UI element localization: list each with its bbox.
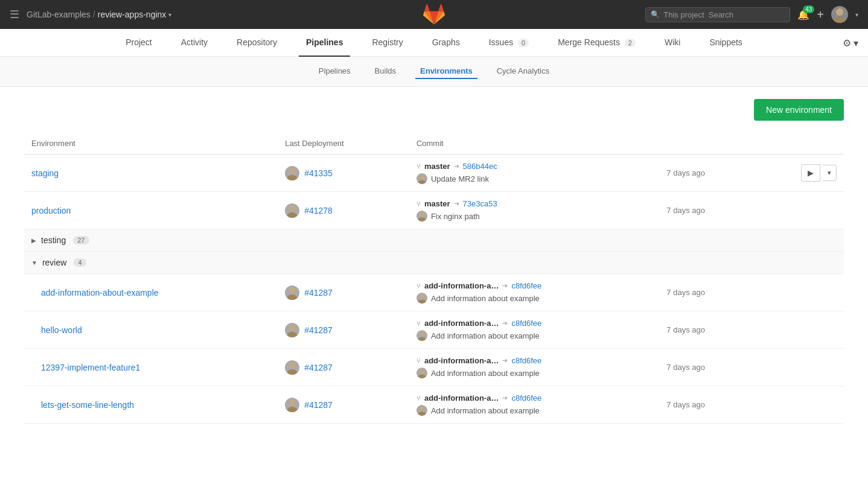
chevron-down-icon[interactable]: ▾ (168, 11, 171, 18)
svg-point-18 (289, 362, 295, 368)
svg-point-0 (836, 8, 843, 16)
svg-point-15 (287, 332, 298, 337)
table-row: hello-world #41287 ⑂ add-information- (24, 311, 844, 349)
commit-arrow-icon: ➔ (454, 200, 459, 208)
nav-project[interactable]: Project (118, 29, 159, 57)
svg-point-8 (420, 212, 424, 217)
branch-icon: ⑂ (416, 394, 421, 403)
subnav-environments[interactable]: Environments (415, 64, 477, 79)
branch-icon: ⑂ (416, 162, 421, 171)
svg-point-10 (289, 287, 295, 293)
commit-cell: ⑂ add-information-a… ➔ c8fd6fee Add info… (409, 386, 659, 424)
env-link-staging[interactable]: staging (31, 168, 59, 178)
commit-hash-link[interactable]: c8fd6fee (511, 356, 541, 365)
avatar (416, 405, 427, 416)
group-name-testing: testing (41, 235, 66, 245)
commit-cell-production: ⑂ master ➔ 73e3ca53 Fix nginx path (409, 192, 659, 229)
branch-name: add-information-a… (424, 319, 499, 328)
nav-graphs[interactable]: Graphs (425, 29, 467, 57)
deployment-cell: #41287 (278, 349, 409, 386)
deployment-link[interactable]: #41287 (304, 400, 333, 410)
svg-point-20 (420, 369, 424, 374)
svg-point-17 (418, 337, 426, 341)
deployment-link[interactable]: #41287 (304, 325, 333, 335)
env-name-cell: production (24, 192, 278, 229)
env-link-implement-feature[interactable]: 12397-implement-feature1 (41, 363, 140, 372)
env-link-production[interactable]: production (31, 206, 71, 215)
svg-point-13 (418, 299, 426, 304)
user-menu-chevron[interactable]: ▾ (855, 11, 858, 18)
branch-icon: ⑂ (416, 357, 421, 365)
deploy-play-button[interactable]: ▶ (801, 164, 820, 182)
svg-point-4 (420, 174, 424, 179)
svg-point-21 (418, 374, 426, 378)
env-link-add-information[interactable]: add-information-about-example (41, 288, 159, 298)
time-cell: 7 days ago (659, 154, 754, 192)
notifications-button[interactable]: 🔔 43 (797, 9, 809, 21)
issues-badge: 0 (518, 39, 529, 47)
action-cell (754, 349, 844, 386)
deployment-link[interactable]: #41287 (304, 363, 333, 372)
nav-repository[interactable]: Repository (229, 29, 284, 57)
col-environment: Environment (24, 133, 278, 154)
search-icon: 🔍 (651, 10, 660, 19)
sub-navigation: Pipelines Builds Environments Cycle Anal… (0, 57, 868, 87)
new-item-button[interactable]: + (817, 8, 824, 22)
commit-hash-link[interactable]: c8fd6fee (511, 319, 541, 328)
branch-name: master (424, 199, 450, 208)
action-cell-staging: ▶ ▾ (754, 154, 844, 192)
nav-wiki[interactable]: Wiki (657, 29, 688, 57)
breadcrumb-org[interactable]: GitLab-examples (27, 10, 91, 19)
avatar (285, 166, 299, 180)
avatar (285, 360, 299, 375)
col-actions (754, 133, 844, 154)
svg-point-19 (287, 369, 298, 375)
nav-pipelines[interactable]: Pipelines (299, 29, 350, 57)
env-name-cell: lets-get-some-line-length (24, 386, 278, 424)
nav-merge-requests[interactable]: Merge Requests 2 (550, 29, 643, 57)
commit-arrow-icon: ➔ (454, 162, 459, 170)
hamburger-menu[interactable]: ☰ (10, 8, 19, 21)
deployment-link[interactable]: #41287 (304, 288, 333, 298)
search-input[interactable] (663, 10, 785, 19)
main-content: New environment Environment Last Deploym… (0, 87, 868, 436)
search-box[interactable]: 🔍 (645, 7, 790, 22)
env-link-line-length[interactable]: lets-get-some-line-length (41, 400, 134, 410)
breadcrumb-repo: review-apps-nginx (98, 10, 167, 19)
svg-point-7 (287, 212, 298, 218)
commit-hash-link[interactable]: c8fd6fee (511, 281, 541, 290)
nav-registry[interactable]: Registry (365, 29, 410, 57)
svg-point-16 (420, 331, 424, 336)
group-toggle-review[interactable]: ▼ review 4 (31, 258, 837, 267)
avatar (285, 285, 299, 300)
new-environment-button[interactable]: New environment (754, 99, 844, 121)
svg-point-5 (418, 180, 426, 184)
deployment-cell: #41287 (278, 311, 409, 349)
deployment-link-staging[interactable]: #41335 (304, 168, 333, 178)
deploy-dropdown-button[interactable]: ▾ (823, 165, 837, 181)
subnav-cycle-analytics[interactable]: Cycle Analytics (492, 64, 554, 79)
nav-issues[interactable]: Issues 0 (482, 29, 536, 57)
commit-hash-link[interactable]: c8fd6fee (511, 393, 541, 403)
gitlab-logo[interactable] (423, 3, 445, 27)
time-cell: 7 days ago (659, 386, 754, 424)
group-header-testing: ▶ testing 27 (24, 229, 844, 252)
subnav-builds[interactable]: Builds (370, 64, 401, 79)
user-avatar[interactable] (831, 6, 848, 23)
svg-point-23 (287, 407, 298, 412)
svg-point-2 (289, 168, 295, 174)
nav-snippets[interactable]: Snippets (702, 29, 749, 57)
action-cell (754, 311, 844, 349)
commit-hash-link[interactable]: 586b44ec (463, 162, 497, 171)
time-cell: 7 days ago (659, 192, 754, 229)
group-toggle-testing[interactable]: ▶ testing 27 (31, 235, 837, 245)
settings-button[interactable]: ⚙ ▾ (843, 37, 858, 48)
nav-activity[interactable]: Activity (174, 29, 215, 57)
deployment-link-production[interactable]: #41278 (304, 206, 333, 215)
environments-table: Environment Last Deployment Commit stagi… (24, 133, 844, 424)
action-cell (754, 386, 844, 424)
subnav-pipelines[interactable]: Pipelines (314, 64, 356, 79)
env-link-hello-world[interactable]: hello-world (41, 325, 82, 335)
commit-hash-link[interactable]: 73e3ca53 (463, 199, 497, 208)
svg-point-14 (289, 325, 295, 331)
